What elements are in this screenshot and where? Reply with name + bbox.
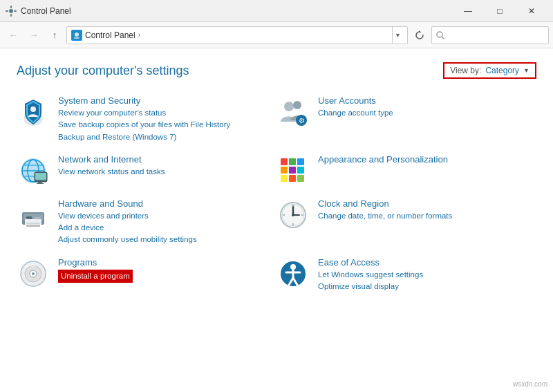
system-security-icon <box>17 95 50 129</box>
svg-point-0 <box>9 9 13 13</box>
svg-point-13 <box>293 101 301 109</box>
category-appearance-personalization: Appearance and Personalization <box>276 150 536 194</box>
user-accounts-link-1[interactable]: Change account type <box>318 107 531 119</box>
system-security-link-3[interactable]: Backup and Restore (Windows 7) <box>58 131 271 143</box>
network-internet-link-1[interactable]: View network status and tasks <box>58 166 271 178</box>
programs-title[interactable]: Programs <box>58 257 271 268</box>
svg-rect-1 <box>10 6 12 8</box>
close-button[interactable]: ✕ <box>516 0 547 22</box>
category-ease-of-access: Ease of Access Let Windows suggest setti… <box>276 253 536 300</box>
category-programs: Programs Uninstall a program <box>17 253 276 300</box>
up-button[interactable]: ↑ <box>46 26 64 44</box>
category-user-accounts: ⚙ User Accounts Change account type <box>276 91 536 150</box>
clock-region-text: Clock and Region Change date, time, or n… <box>318 198 531 222</box>
svg-rect-41 <box>26 225 40 227</box>
hardware-sound-title[interactable]: Hardware and Sound <box>58 198 271 209</box>
breadcrumb-separator: › <box>138 31 140 39</box>
address-bar: ← → ↑ Control Panel › ▼ <box>0 22 553 48</box>
breadcrumb-root: Control Panel <box>85 30 135 40</box>
title-bar-text: Control Panel <box>21 6 452 16</box>
network-internet-title[interactable]: Network and Internet <box>58 154 271 165</box>
network-internet-text: Network and Internet View network status… <box>58 154 271 178</box>
svg-rect-37 <box>26 216 32 219</box>
svg-rect-27 <box>289 158 296 165</box>
svg-rect-40 <box>26 223 40 224</box>
programs-icon <box>17 257 50 290</box>
address-dropdown-button[interactable]: ▼ <box>392 26 403 44</box>
hardware-sound-link-2[interactable]: Add a device <box>58 222 271 234</box>
ease-of-access-title[interactable]: Ease of Access <box>318 257 531 268</box>
ease-of-access-text: Ease of Access Let Windows suggest setti… <box>318 257 531 293</box>
ease-of-access-link-2[interactable]: Optimize visual display <box>318 281 531 292</box>
clock-region-icon <box>276 198 310 232</box>
minimize-button[interactable]: — <box>452 0 484 22</box>
category-clock-region: Clock and Region Change date, time, or n… <box>276 194 536 253</box>
svg-rect-24 <box>38 182 42 183</box>
forward-button[interactable]: → <box>25 26 43 44</box>
title-bar: Control Panel — □ ✕ <box>0 0 553 22</box>
programs-text: Programs Uninstall a program <box>58 257 271 283</box>
svg-text:⚙: ⚙ <box>299 117 305 124</box>
ease-of-access-icon <box>276 257 310 290</box>
svg-rect-2 <box>10 14 12 17</box>
user-accounts-icon: ⚙ <box>276 95 310 129</box>
view-by-label: View by: <box>450 66 481 75</box>
svg-point-8 <box>437 32 442 37</box>
svg-rect-4 <box>14 10 17 12</box>
content-area: Adjust your computer's settings View by:… <box>0 48 553 392</box>
network-internet-icon <box>17 154 50 187</box>
svg-rect-32 <box>281 175 288 182</box>
appearance-personalization-title[interactable]: Appearance and Personalization <box>318 154 531 165</box>
svg-rect-34 <box>297 175 304 182</box>
svg-rect-30 <box>289 167 296 174</box>
appearance-personalization-text: Appearance and Personalization <box>318 154 531 166</box>
title-bar-controls: — □ ✕ <box>452 0 547 22</box>
category-hardware-sound: Hardware and Sound View devices and prin… <box>17 194 276 253</box>
svg-rect-29 <box>281 167 288 174</box>
maximize-button[interactable]: □ <box>484 0 516 22</box>
category-network-internet: Network and Internet View network status… <box>17 150 276 194</box>
svg-point-12 <box>284 102 294 111</box>
user-accounts-text: User Accounts Change account type <box>318 95 531 119</box>
search-box[interactable] <box>431 26 549 44</box>
view-by-control[interactable]: View by: Category ▼ <box>443 62 536 79</box>
svg-rect-33 <box>289 175 296 182</box>
ease-of-access-link-1[interactable]: Let Windows suggest settings <box>318 269 531 281</box>
hardware-sound-icon <box>17 198 50 232</box>
svg-rect-31 <box>297 167 304 174</box>
svg-point-54 <box>32 272 35 275</box>
svg-line-9 <box>442 37 444 39</box>
back-button[interactable]: ← <box>4 26 22 44</box>
svg-rect-7 <box>74 37 79 39</box>
user-accounts-title[interactable]: User Accounts <box>318 95 531 106</box>
svg-rect-25 <box>37 183 44 184</box>
svg-rect-23 <box>35 173 46 180</box>
system-security-link-2[interactable]: Save backup copies of your files with Fi… <box>58 119 271 131</box>
system-security-link-1[interactable]: Review your computer's status <box>58 107 271 119</box>
refresh-button[interactable] <box>411 26 429 44</box>
clock-region-title[interactable]: Clock and Region <box>318 198 531 209</box>
system-security-title[interactable]: System and Security <box>58 95 271 106</box>
appearance-personalization-icon <box>276 154 310 187</box>
svg-point-6 <box>75 32 79 37</box>
search-icon <box>436 31 444 39</box>
category-system-security: System and Security Review your computer… <box>17 91 276 150</box>
hardware-sound-text: Hardware and Sound View devices and prin… <box>58 198 271 246</box>
svg-point-11 <box>30 106 36 112</box>
page-title: Adjust your computer's settings <box>17 64 189 78</box>
hardware-sound-link-3[interactable]: Adjust commonly used mobility settings <box>58 234 271 245</box>
view-by-value: Category <box>485 66 519 75</box>
app-icon <box>6 6 17 17</box>
header-row: Adjust your computer's settings View by:… <box>17 62 536 79</box>
breadcrumb-icon <box>71 30 82 41</box>
svg-rect-3 <box>6 10 8 12</box>
programs-link-uninstall[interactable]: Uninstall a program <box>58 270 133 283</box>
hardware-sound-link-1[interactable]: View devices and printers <box>58 210 271 222</box>
svg-point-46 <box>292 214 294 216</box>
svg-rect-28 <box>297 158 304 165</box>
system-security-text: System and Security Review your computer… <box>58 95 271 143</box>
address-bar-input[interactable]: Control Panel › ▼ <box>66 26 408 44</box>
categories-grid: System and Security Review your computer… <box>17 91 536 299</box>
breadcrumb: Control Panel › <box>71 30 388 41</box>
clock-region-link-1[interactable]: Change date, time, or number formats <box>318 210 531 222</box>
